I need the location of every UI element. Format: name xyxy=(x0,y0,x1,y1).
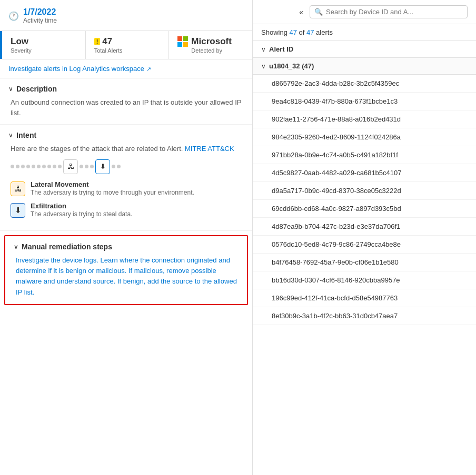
table-header: ∨ Alert ID xyxy=(253,41,476,58)
alert-row[interactable]: 984e2305-9260-4ed2-8609-1124f024286a xyxy=(253,128,476,146)
mitre-link[interactable]: MITRE ATT&CK xyxy=(185,145,234,153)
alert-row[interactable]: 196c99ed-412f-41ca-bcfd-d58e54987763 xyxy=(253,289,476,307)
description-title: Description xyxy=(16,85,57,93)
alerts-cell: ! 47 Total Alerts xyxy=(86,31,170,59)
intent-items: 🖧 Lateral Movement The adversary is tryi… xyxy=(8,180,244,219)
intent-section: ∨ Intent Here are the stages of the atta… xyxy=(0,125,252,231)
right-header: « 🔍 xyxy=(253,0,476,24)
intent-title: Intent xyxy=(16,131,36,139)
stage-dot-13 xyxy=(90,165,94,168)
external-link-icon: ↗ xyxy=(146,66,151,72)
intent-item-exfil: ⬇ Exfiltration The adversary is trying t… xyxy=(11,202,244,219)
alert-rows-container: d865792e-2ac3-4dda-b28c-3b2c5f4359ec 9ea… xyxy=(253,75,476,325)
search-bar: 🔍 xyxy=(310,5,468,18)
exfiltration-text: Exfiltration The adversary is trying to … xyxy=(31,202,132,219)
lateral-movement-desc: The adversary is trying to move through … xyxy=(31,188,194,197)
exfiltration-title: Exfiltration xyxy=(31,202,132,210)
detected-by-label: Detected by xyxy=(191,47,232,54)
remediation-body: Investigate the device logs. Learn where… xyxy=(14,255,239,298)
stage-dot-6 xyxy=(37,165,41,168)
alert-row[interactable]: bb16d30d-0307-4cf6-8146-920cbba9957e xyxy=(253,271,476,289)
severity-label: Severity xyxy=(11,47,77,54)
remediation-title: Manual remediation steps xyxy=(22,242,112,251)
detected-by-cell: Microsoft Detected by xyxy=(169,31,252,59)
showing-count: Showing 47 of 47 alerts xyxy=(253,24,476,41)
stage-dot-12 xyxy=(85,165,88,168)
alert-group-header[interactable]: ∨ u1804_32 (47) xyxy=(253,58,476,75)
activity-time-label: Activity time xyxy=(23,17,57,24)
stage-dot-10 xyxy=(58,165,62,168)
description-section: ∨ Description An outbound connection was… xyxy=(0,78,252,125)
alert-row[interactable]: 4d5c9827-0aab-4482-a029-ca681b5c4107 xyxy=(253,164,476,182)
stage-dot-3 xyxy=(21,165,25,168)
alert-row[interactable]: 0576dc10-5ed8-4c79-9c86-2749cca4be8e xyxy=(253,236,476,254)
alert-row[interactable]: d865792e-2ac3-4dda-b28c-3b2c5f4359ec xyxy=(253,75,476,93)
stage-dot-7 xyxy=(42,165,46,168)
description-header[interactable]: ∨ Description xyxy=(8,85,244,93)
alert-row[interactable]: b4f76458-7692-45a7-9e0b-cf06e1b1e580 xyxy=(253,254,476,271)
lateral-movement-title: Lateral Movement xyxy=(31,180,194,188)
collapse-panel-button[interactable]: « xyxy=(296,7,306,17)
stage-dot-14 xyxy=(112,165,115,168)
showing-total: 47 xyxy=(306,28,314,36)
remediation-section: ∨ Manual remediation steps Investigate t… xyxy=(4,235,248,305)
lateral-movement-icon: 🖧 xyxy=(11,181,25,196)
severity-value: Low xyxy=(11,36,77,47)
alert-row[interactable]: 8ef30b9c-3a1b-4f2c-bb63-31d0cb47aea7 xyxy=(253,307,476,325)
exfiltration-desc: The adversary is trying to steal data. xyxy=(31,210,132,219)
group-chevron: ∨ xyxy=(261,63,266,70)
description-body: An outbound connection was created to an… xyxy=(8,97,244,118)
alert-row[interactable]: 9ea4c818-0439-4f7b-880a-673f1bcbe1c3 xyxy=(253,93,476,110)
stage-dot-1 xyxy=(11,165,14,168)
col-header-alert-id: Alert ID xyxy=(269,45,293,53)
detected-by-value: Microsoft xyxy=(191,36,232,47)
intent-chevron: ∨ xyxy=(8,132,13,139)
alerts-label: Total Alerts xyxy=(94,47,161,54)
warning-icon: ! xyxy=(94,38,101,45)
intent-header[interactable]: ∨ Intent xyxy=(8,131,244,139)
left-panel: 🕐 1/7/2022 Activity time Low Severity ! … xyxy=(0,0,253,475)
remediation-chevron: ∨ xyxy=(14,243,18,250)
stats-row: Low Severity ! 47 Total Alerts Microsoft xyxy=(0,31,252,59)
activity-time-section: 🕐 1/7/2022 Activity time xyxy=(0,0,252,31)
alert-row[interactable]: 902fae11-2756-471e-88a8-a016b2ed431d xyxy=(253,110,476,128)
stage-dot-15 xyxy=(117,165,121,168)
link-section: Investigate alerts in Log Analytics work… xyxy=(0,59,252,78)
lateral-movement-text: Lateral Movement The adversary is trying… xyxy=(31,180,194,197)
activity-date: 1/7/2022 xyxy=(23,7,57,17)
clock-icon: 🕐 xyxy=(8,11,19,21)
exfiltration-icon: ⬇ xyxy=(11,203,25,218)
alert-row[interactable]: d9a5a717-0b9c-49cd-8370-38ce05c3222d xyxy=(253,182,476,200)
group-title: u1804_32 (47) xyxy=(269,62,314,70)
alert-row[interactable]: 4d87ea9b-b704-427c-b23d-e3e37da706f1 xyxy=(253,218,476,236)
stage-dot-5 xyxy=(32,165,35,168)
log-analytics-link[interactable]: Investigate alerts in Log Analytics work… xyxy=(8,65,151,73)
stage-icon-network: 🖧 xyxy=(63,159,78,174)
search-input[interactable] xyxy=(326,8,463,16)
alerts-table: ∨ Alert ID ∨ u1804_32 (47) d865792e-2ac3… xyxy=(253,41,476,475)
stage-dot-2 xyxy=(16,165,19,168)
description-chevron: ∨ xyxy=(8,85,13,93)
col-header-chevron: ∨ xyxy=(261,46,266,53)
alert-row[interactable]: 971bb28a-0b9e-4c74-a0b5-c491a182bf1f xyxy=(253,146,476,164)
stage-dot-11 xyxy=(80,165,83,168)
alerts-count: 47 xyxy=(102,36,112,47)
showing-number: 47 xyxy=(289,28,296,36)
stage-dot-4 xyxy=(26,165,30,168)
intent-intro: Here are the stages of the attack that a… xyxy=(8,144,244,154)
microsoft-logo-icon xyxy=(177,36,188,47)
severity-cell: Low Severity xyxy=(0,31,86,59)
remediation-header[interactable]: ∨ Manual remediation steps xyxy=(14,242,239,251)
intent-stages: 🖧 ⬇ xyxy=(8,159,244,174)
stage-icon-exfil: ⬇ xyxy=(95,159,110,174)
search-icon: 🔍 xyxy=(314,8,323,16)
intent-item-lateral: 🖧 Lateral Movement The adversary is tryi… xyxy=(11,180,244,197)
detected-by-content: Microsoft Detected by xyxy=(177,36,244,54)
alert-row[interactable]: 69cdd6bb-cd68-4a0c-9827-a897d393c5bd xyxy=(253,200,476,218)
alert-count-badge: ! 47 xyxy=(94,36,113,47)
right-panel: « 🔍 Showing 47 of 47 alerts ∨ Alert ID ∨… xyxy=(253,0,476,475)
stage-dot-8 xyxy=(47,165,51,168)
stage-dot-9 xyxy=(53,165,56,168)
